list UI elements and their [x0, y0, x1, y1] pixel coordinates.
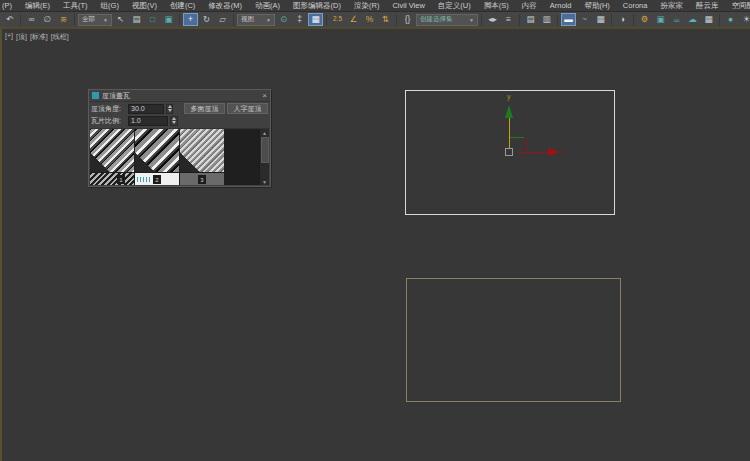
spinner-down-icon[interactable] — [168, 109, 172, 112]
gizmo-y-arrow-icon[interactable] — [505, 105, 513, 118]
menu-item-modifiers[interactable]: 修改器(M) — [202, 0, 249, 12]
tile-preview-2[interactable]: 2 — [135, 129, 179, 185]
move-tool-icon[interactable]: + — [183, 13, 198, 26]
roof-angle-label: 屋顶角度: — [91, 104, 126, 114]
menu-item-group[interactable]: 组(G) — [94, 0, 125, 12]
spinner-up-icon[interactable] — [168, 105, 172, 108]
render-production-icon[interactable]: ☕ — [669, 13, 684, 26]
menu-item-p[interactable]: (P) — [1, 0, 19, 12]
gable-roof-button[interactable]: 人字屋顶 — [227, 103, 268, 114]
snap-toggle-icon[interactable]: 2.5 — [330, 13, 345, 26]
spinner-down-icon[interactable] — [172, 121, 176, 124]
named-selection-sets-dropdown[interactable]: 创建选择集 ▼ — [416, 14, 478, 26]
tile-preview-3[interactable]: 3 — [180, 129, 224, 185]
tile-texture-2[interactable] — [135, 129, 179, 172]
tile-preview-list: 1 2 3 ▲ ▼ — [90, 128, 269, 185]
gizmo-xy-plane-green[interactable] — [510, 137, 524, 138]
menu-item-graph-editors[interactable]: 图形编辑器(D) — [287, 0, 348, 12]
select-object-icon[interactable]: ↖ — [113, 13, 128, 26]
mirror-icon[interactable]: ◂▸ — [485, 13, 500, 26]
toolbar-separator — [611, 14, 612, 26]
scroll-up-icon[interactable]: ▲ — [262, 129, 267, 136]
scale-tool-icon[interactable]: ▱ — [215, 13, 230, 26]
tile-preview-1[interactable]: 1 — [90, 129, 134, 185]
sun-icon[interactable]: ☀ — [739, 13, 750, 26]
menu-item-tools[interactable]: 工具(T) — [57, 0, 95, 12]
named-selection-sets-value: 创建选择集 — [420, 15, 453, 24]
scroll-down-icon[interactable]: ▼ — [262, 178, 267, 185]
render-setup-icon[interactable]: ⚙ — [637, 13, 652, 26]
undo-icon[interactable]: ↶ — [2, 13, 17, 26]
roof-angle-field[interactable]: 30.0 — [128, 104, 164, 114]
multi-face-roof-button[interactable]: 多面屋顶 — [184, 103, 225, 114]
menu-item-help[interactable]: 帮助(H) — [578, 0, 616, 12]
tile-scale-spinner[interactable] — [170, 116, 178, 126]
tile-texture-3[interactable] — [180, 129, 224, 172]
viewport-shading-label[interactable]: [标准] — [30, 32, 48, 42]
material-editor-icon[interactable]: ◑ — [615, 13, 630, 26]
unlink-icon[interactable]: ∅ — [40, 13, 55, 26]
menu-item-corona[interactable]: Corona — [616, 0, 654, 12]
percent-snap-icon[interactable]: % — [362, 13, 377, 26]
close-icon[interactable]: × — [262, 92, 267, 100]
curve-editor-icon[interactable]: ~ — [577, 13, 592, 26]
gizmo-x-stem[interactable] — [518, 152, 548, 153]
viewport-wireframe-label[interactable]: [线框] — [51, 32, 69, 42]
menu-item-views[interactable]: 视图(V) — [125, 0, 163, 12]
selection-filter-dropdown[interactable]: 全部 ▼ — [78, 14, 112, 26]
gizmo-x-arrow-icon[interactable] — [548, 148, 560, 156]
roof-angle-spinner[interactable] — [166, 104, 173, 114]
menu-item-animation[interactable]: 动画(A) — [249, 0, 287, 12]
menu-item-customize[interactable]: 自定义(U) — [431, 0, 477, 12]
ribbon-toggle-icon[interactable]: ▬ — [561, 13, 576, 26]
bind-spacewarp-icon[interactable]: ≋ — [56, 13, 71, 26]
light-icon[interactable]: ● — [723, 13, 738, 26]
select-link-icon[interactable]: ∞ — [24, 13, 39, 26]
rectangle-shape-spline[interactable] — [406, 278, 621, 402]
render-cloud-icon[interactable]: ☁ — [685, 13, 700, 26]
toolbar-separator — [481, 14, 482, 26]
menu-item-arnold[interactable]: Arnold — [543, 0, 578, 12]
menu-item-civil-view[interactable]: Civil View — [386, 0, 431, 12]
menu-item-rendering[interactable]: 渲染(R) — [348, 0, 386, 12]
tile-list-scrollbar[interactable]: ▲ ▼ — [259, 129, 269, 185]
render-gallery-icon[interactable]: ▦ — [701, 13, 716, 26]
menu-item-content[interactable]: 内容 — [515, 0, 543, 12]
select-manipulate-icon[interactable]: ‡ — [292, 13, 307, 26]
spinner-up-icon[interactable] — [172, 117, 176, 120]
menu-item-kongjianku[interactable]: 空间酷 — [725, 0, 750, 12]
scrollbar-thumb[interactable] — [261, 137, 269, 163]
region-select-icon[interactable]: □ — [145, 13, 160, 26]
dope-sheet-icon[interactable]: ▦ — [593, 13, 608, 26]
rotate-tool-icon[interactable]: ↻ — [199, 13, 214, 26]
menu-item-edit[interactable]: 编辑(E) — [19, 0, 57, 12]
axis-x-label: x — [561, 148, 565, 155]
menu-item-create[interactable]: 创建(C) — [163, 0, 201, 12]
menu-item-banjiajia[interactable]: 扮家家 — [654, 0, 690, 12]
viewport-menu-label[interactable]: [+] — [5, 32, 13, 42]
gizmo-xy-plane-red[interactable] — [524, 137, 525, 153]
select-by-name-icon[interactable]: ▤ — [129, 13, 144, 26]
keyboard-override-icon[interactable]: ▦ — [308, 13, 323, 26]
menu-item-quanyunku[interactable]: 醛云库 — [689, 0, 725, 12]
spinner-snap-icon[interactable]: ⇅ — [378, 13, 393, 26]
angle-snap-icon[interactable]: ∠ — [346, 13, 361, 26]
reference-coordinate-dropdown[interactable]: 视图 ▼ — [237, 14, 275, 26]
gizmo-center-square[interactable] — [505, 148, 513, 156]
dialog-title-bar[interactable]: 屋顶盖瓦 × — [89, 90, 270, 102]
tile-scale-field[interactable]: 1.0 — [128, 116, 168, 126]
scene-explorer-icon[interactable]: ▤ — [523, 13, 538, 26]
toolbar-separator — [519, 14, 520, 26]
tile-strip-2: 2 — [135, 172, 179, 185]
window-crossing-icon[interactable]: ▣ — [161, 13, 176, 26]
rendered-frame-icon[interactable]: ▣ — [653, 13, 668, 26]
gizmo-y-stem[interactable] — [509, 118, 510, 149]
menu-item-scripting[interactable]: 脚本(S) — [477, 0, 515, 12]
pivot-center-icon[interactable]: ⊙ — [276, 13, 291, 26]
align-icon[interactable]: ≡ — [501, 13, 516, 26]
toolbar-separator — [179, 14, 180, 26]
tile-texture-1[interactable] — [90, 129, 134, 172]
layer-explorer-icon[interactable]: ▥ — [539, 13, 554, 26]
edit-named-sets-icon[interactable]: {} — [400, 13, 415, 26]
viewport-view-label[interactable]: [顶] — [16, 32, 27, 42]
